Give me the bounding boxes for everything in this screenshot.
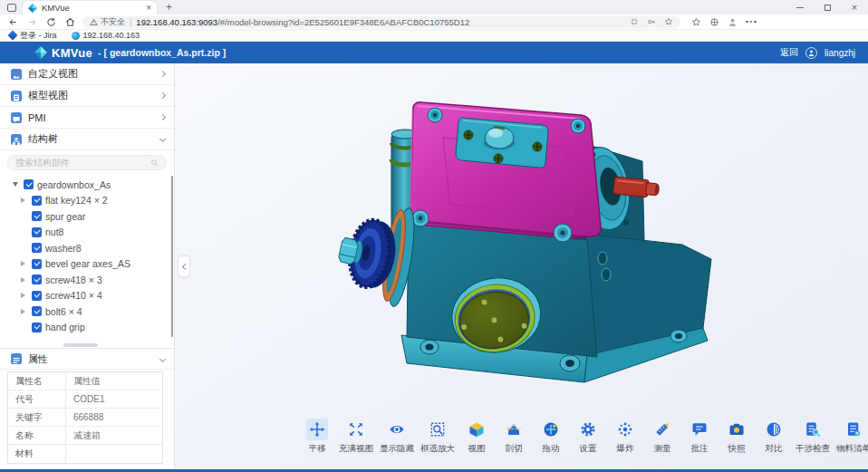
checkbox[interactable] (32, 306, 42, 316)
checkbox[interactable] (32, 243, 42, 253)
close-button[interactable]: × (841, 0, 868, 14)
views-cube-icon (468, 421, 485, 438)
home-button[interactable] (65, 17, 75, 27)
browser-address-bar: 不安全 | 192.168.40.163:9093/#/model-browsi… (0, 14, 868, 30)
tree-item[interactable]: screw418 × 3 (0, 272, 174, 288)
toolbar-measure[interactable]: 测量 (647, 419, 678, 455)
toolbar-show-hide[interactable]: 显示隐藏 (380, 419, 414, 455)
kmvue-logo-icon (34, 46, 47, 59)
bookmark-jira[interactable]: 登录 - Jira (9, 30, 57, 42)
checkbox[interactable] (32, 275, 42, 284)
show-hide-icon (389, 421, 405, 438)
security-label: 不安全 (101, 16, 125, 28)
tree-item[interactable]: hand grip (0, 320, 174, 336)
tree-item[interactable]: bolt6 × 4 (0, 303, 174, 320)
checkbox[interactable] (32, 291, 42, 301)
tree-item[interactable]: flat key124 × 2 (0, 193, 174, 209)
checkbox[interactable] (32, 227, 42, 237)
tab-close-icon[interactable]: × (146, 4, 151, 13)
chevron-right-icon (159, 92, 166, 99)
back-button[interactable] (8, 17, 18, 27)
toolbar-drag[interactable]: 拖动 (535, 419, 566, 455)
sidebar: 自定义视图 模型视图 PMI 结构树 geardownbox_As fla (0, 63, 175, 469)
tree-item[interactable]: screw410 × 4 (0, 288, 174, 304)
tree-item[interactable]: washer8 (0, 240, 174, 256)
browser-tab[interactable]: KMVue × (23, 1, 157, 14)
panel-model-views[interactable]: 模型视图 (0, 85, 174, 107)
panel-pmi[interactable]: PMI (0, 107, 174, 129)
checkbox[interactable] (24, 179, 34, 189)
user-avatar[interactable] (805, 47, 817, 59)
search-input[interactable] (15, 158, 150, 168)
toolbar-annotate[interactable]: 批注 (684, 419, 715, 455)
back-link[interactable]: 返回 (780, 46, 798, 59)
toolbar-snapshot[interactable]: 快照 (721, 419, 752, 455)
url-text: 192.168.40.163:9093/#/model-browsing?id=… (136, 17, 469, 27)
collections-icon[interactable] (709, 17, 719, 27)
url-field[interactable]: 不安全 | 192.168.40.163:9093/#/model-browsi… (82, 16, 680, 28)
expander-icon[interactable] (21, 293, 25, 298)
fullscreen-exit-icon[interactable] (630, 17, 639, 26)
expander-icon[interactable] (21, 309, 25, 314)
expander-icon[interactable] (21, 197, 25, 203)
table-row: 代号CODE1 (8, 390, 162, 409)
table-row: 名称减速箱 (8, 427, 162, 445)
document-title: - [ geardownbox_As.prt.zip ] (98, 47, 226, 58)
panel-structure-tree[interactable]: 结构树 (0, 129, 174, 150)
toolbar-compare[interactable]: 对比 (758, 419, 789, 455)
measure-icon (654, 421, 670, 438)
toolbar-box-zoom[interactable]: 框选放大 (420, 419, 455, 455)
toolbar-views[interactable]: 视图 (461, 419, 492, 455)
bookmark-ip[interactable]: 192.168.40.163 (72, 31, 140, 40)
compare-icon (766, 421, 782, 438)
collapse-sidebar-button[interactable] (178, 255, 190, 277)
forward-button[interactable] (27, 17, 37, 27)
workspaces-icon[interactable] (7, 4, 16, 12)
expander-icon[interactable] (13, 182, 18, 187)
toolbar-pan[interactable]: 平移 (302, 419, 333, 455)
toolbar-fit-view[interactable]: 充满视图 (339, 419, 373, 455)
chevron-down-icon (159, 136, 166, 142)
new-tab-button[interactable]: + (166, 1, 172, 14)
chevron-down-icon (159, 355, 166, 361)
maximize-button[interactable] (814, 0, 841, 14)
refresh-button[interactable] (46, 17, 56, 27)
pan-icon (309, 421, 325, 438)
panel-custom-views[interactable]: 自定义视图 (0, 63, 174, 85)
profile-icon[interactable] (728, 17, 738, 27)
tree-vertical-scrollbar[interactable] (171, 176, 173, 337)
gearbox-3d-model[interactable] (175, 63, 868, 469)
tab-title: KMVue (42, 3, 141, 13)
browser-tab-strip: KMVue × + × (0, 0, 868, 14)
checkbox[interactable] (32, 211, 42, 221)
tree-horizontal-scrollbar[interactable] (0, 342, 174, 348)
properties-table: 属性名属性值 代号CODE1 关键字666888 名称减速箱 材料 (7, 371, 163, 464)
tree-item[interactable]: spur gear (0, 208, 174, 225)
tree-item[interactable]: geardownbox_As (0, 177, 174, 193)
favorites-bar-icon[interactable] (691, 17, 701, 27)
jira-icon (7, 30, 17, 40)
favorite-star-icon[interactable] (664, 17, 673, 26)
panel-properties[interactable]: 属性 (0, 348, 174, 370)
properties-icon (11, 353, 22, 364)
viewer-toolbar: 平移 充满视图 显示隐藏 框选放大 视图 剖切 (302, 419, 868, 455)
toolbar-section[interactable]: 剖切 (498, 419, 529, 455)
checkbox[interactable] (32, 323, 42, 332)
checkbox[interactable] (32, 259, 42, 269)
tree-item[interactable]: bevel gear axes_AS (0, 256, 174, 273)
expander-icon[interactable] (21, 261, 25, 266)
username: liangzhj (825, 48, 855, 58)
browser-menu-icon[interactable] (746, 21, 757, 24)
expander-icon[interactable] (21, 277, 25, 283)
toolbar-interference-check[interactable]: 干涉检查 (796, 419, 830, 455)
table-row: 材料 (8, 445, 162, 463)
toolbar-bom[interactable]: 物料清单 (836, 419, 868, 455)
model-viewport[interactable]: 平移 充满视图 显示隐藏 框选放大 视图 剖切 (175, 63, 868, 469)
password-key-icon[interactable] (647, 17, 656, 26)
tree-item[interactable]: nut8 (0, 225, 174, 241)
minimize-button[interactable] (786, 0, 814, 14)
toolbar-settings[interactable]: 设置 (573, 419, 603, 455)
toolbar-explode[interactable]: 爆炸 (610, 419, 641, 455)
checkbox[interactable] (32, 196, 42, 206)
structure-search (7, 155, 167, 170)
